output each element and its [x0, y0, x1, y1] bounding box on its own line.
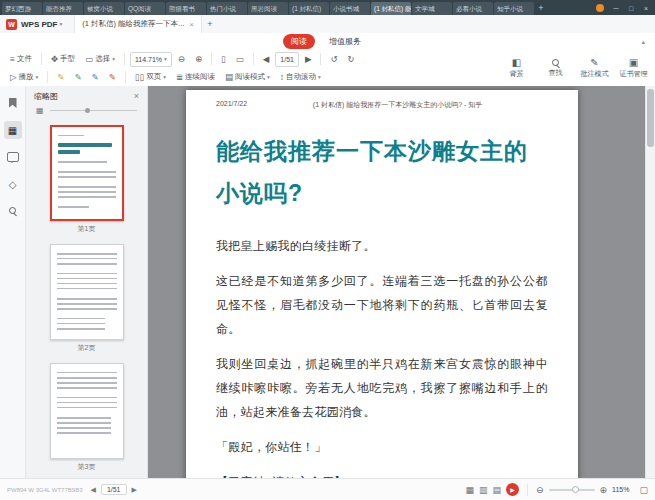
previous-page-button[interactable]: ◀ — [259, 52, 274, 67]
previous-page-button[interactable]: ◀ — [90, 486, 95, 494]
close-window-button[interactable]: × — [639, 2, 653, 15]
zoom-slider[interactable] — [549, 489, 595, 491]
rotate-left-icon: ↺ — [330, 54, 337, 64]
doc-strip-tab[interactable]: 小说书城 — [330, 2, 370, 15]
page-thumbnail-3[interactable] — [50, 363, 124, 459]
tab-reading[interactable]: 阅读 — [283, 34, 315, 49]
slider-handle[interactable] — [85, 108, 90, 113]
page-number-input[interactable]: 1/51 — [275, 52, 299, 67]
blue-pen-icon: ✎ — [92, 72, 99, 82]
next-page-button[interactable]: ▶ — [132, 486, 137, 494]
document-tab-title: (1 封私信) 能给我推荐一下本... — [82, 19, 184, 29]
single-page-view-button[interactable]: ▦ — [465, 485, 474, 495]
new-tab-button[interactable]: + — [535, 2, 547, 15]
read-mode-icon: ▤ — [225, 72, 233, 82]
doc-strip-tab[interactable]: 文学城 — [412, 2, 452, 15]
zoom-in-icon: ⊕ — [195, 54, 202, 64]
certificate-manage-button[interactable]: ▣ 证书管理 — [614, 51, 653, 85]
thumbnail-preview — [58, 171, 116, 181]
doc-strip-tab[interactable]: 知乎小说 — [494, 2, 534, 15]
zoom-out-button[interactable]: ⊖ — [174, 52, 189, 67]
find-button[interactable]: 查找 — [536, 51, 575, 85]
system-info-text: PW894 W 3G4L WT77B9B3 — [7, 487, 82, 493]
document-view[interactable]: 2021/7/22 (1 封私信) 能给我推荐一下本沙雕女主的小说吗? - 知乎… — [148, 86, 655, 478]
continuous-reading-button[interactable]: ≣ 连续阅读 — [172, 70, 219, 85]
continuous-view-button[interactable]: ▤ — [492, 485, 501, 495]
play-icon: ▷ — [10, 72, 17, 82]
scrollbar-thumb[interactable] — [647, 89, 654, 147]
select-tool-label: 选择 — [95, 54, 110, 64]
thumbnail-preview — [57, 417, 111, 436]
doc-strip-tab[interactable]: 必看小说 — [453, 2, 493, 15]
read-mode-button[interactable]: ▤ 阅读模式 ▾ — [221, 70, 274, 85]
vertical-scrollbar[interactable] — [645, 86, 655, 478]
green-pen-button[interactable]: ✎ — [70, 70, 85, 85]
wps-logo[interactable]: W — [6, 19, 17, 30]
wps-pdf-window: 梦幻西游 能否推荐 被窝小说 QQ阅读 熊猫看书 热门小说 黑岩阅读 (1 封私… — [0, 0, 655, 500]
doc-strip-tab[interactable]: QQ阅读 — [125, 2, 165, 15]
article-body: 我把皇上赐我的白绫挂断了。 这已经是不知道第多少回了。连端着三选一托盘的孙公公都… — [216, 234, 548, 478]
thumbnail-view-icon[interactable]: ▦ — [36, 106, 44, 115]
pdf-page[interactable]: 2021/7/22 (1 封私信) 能给我推荐一下本沙雕女主的小说吗? - 知乎… — [186, 90, 578, 478]
rotate-left-button[interactable]: ↺ — [326, 52, 341, 67]
paragraph: 「殿妃，你站住！」 — [216, 435, 548, 459]
hand-tool-button[interactable]: ✥ 手型 — [47, 52, 79, 67]
zoom-in-button[interactable]: ⊕ — [191, 52, 206, 67]
zoom-out-button[interactable]: ⊖ — [536, 485, 544, 495]
outline-panel-button[interactable] — [4, 94, 22, 112]
thumbnails-panel-button[interactable]: ▦ — [4, 121, 22, 139]
bookmark-icon — [9, 98, 17, 108]
red-pen-button[interactable]: ✎ — [105, 70, 120, 85]
doc-strip-tab-active[interactable]: (1 封私信) 能… — [371, 2, 411, 15]
status-bar: PW894 W 3G4L WT77B9B3 ◀ 1/51 ▶ ▦ ▥ ▤ ▶ ⊖… — [0, 478, 655, 500]
thumbnails-icon: ▦ — [8, 125, 17, 136]
close-panel-icon[interactable]: × — [134, 91, 139, 101]
file-menu-button[interactable]: ≡ 文件 — [6, 52, 36, 67]
read-aloud-play-button[interactable]: ▷ 播放 ▾ — [6, 70, 42, 85]
zoom-level-select[interactable]: 114.71% ▾ — [130, 52, 172, 67]
page-thumbnail-2[interactable] — [50, 244, 124, 340]
annotate-mode-button[interactable]: ✎ 批注模式 — [575, 51, 614, 85]
fit-page-button[interactable]: ▭ — [232, 52, 248, 67]
minimize-button[interactable]: ─ — [609, 2, 623, 15]
zoom-percentage[interactable]: 115% — [612, 486, 629, 493]
doc-strip-tab[interactable]: 热门小说 — [207, 2, 247, 15]
doc-strip-tab[interactable]: 能否推荐 — [43, 2, 83, 15]
fit-width-button[interactable]: ▯ — [217, 52, 230, 67]
doc-strip-tab[interactable]: 黑岩阅读 — [248, 2, 288, 15]
doc-strip-tab[interactable]: 被窝小说 — [84, 2, 124, 15]
rotate-right-button[interactable]: ↻ — [344, 52, 359, 67]
select-tool-button[interactable]: ▭ 选择 ▾ — [81, 52, 119, 67]
new-document-button[interactable]: + — [202, 19, 218, 29]
thumbnail-size-slider[interactable] — [50, 110, 137, 111]
doc-strip-tab[interactable]: 梦幻西游 — [2, 2, 42, 15]
tab-value-services[interactable]: 增值服务 — [321, 34, 369, 49]
doc-strip-tab[interactable]: (1 封私信) — [289, 2, 329, 15]
doc-strip-tab[interactable]: 熊猫看书 — [166, 2, 206, 15]
close-document-icon[interactable]: × — [189, 20, 194, 29]
collapse-ribbon-icon[interactable]: ▴ — [641, 38, 645, 46]
zoom-in-button[interactable]: ⊕ — [600, 485, 608, 495]
page-number-input[interactable]: 1/51 — [101, 484, 127, 495]
user-avatar[interactable] — [596, 4, 604, 12]
highlight-pen-button[interactable]: ✎ — [53, 70, 68, 85]
thumbnail-label: 第2页 — [78, 343, 96, 353]
chevron-down-icon[interactable]: ▾ — [59, 21, 62, 27]
comments-panel-button[interactable] — [4, 148, 22, 166]
background-button[interactable]: ◧ 背景 — [497, 51, 536, 85]
attachments-panel-button[interactable]: ◇ — [4, 175, 22, 193]
active-document-tab[interactable]: (1 封私信) 能给我推荐一下本... × — [74, 15, 202, 33]
maximize-button[interactable]: □ — [624, 2, 638, 15]
search-panel-button[interactable] — [4, 202, 22, 220]
page-thumbnail-1[interactable] — [50, 125, 124, 221]
double-page-button[interactable]: ▯▯ 双页 ▾ — [131, 70, 170, 85]
auto-scroll-button[interactable]: ↕ 自动滚动 ▾ — [276, 70, 325, 85]
divider — [47, 71, 48, 83]
fullscreen-icon[interactable]: ▢ — [639, 485, 648, 495]
next-page-button[interactable]: ▶ — [301, 52, 316, 67]
presentation-play-button[interactable]: ▶ — [506, 483, 519, 496]
zoom-slider-handle[interactable] — [572, 486, 579, 493]
double-page-view-button[interactable]: ▥ — [479, 485, 488, 495]
blue-pen-button[interactable]: ✎ — [88, 70, 103, 85]
double-page-label: 双页 — [146, 72, 161, 82]
